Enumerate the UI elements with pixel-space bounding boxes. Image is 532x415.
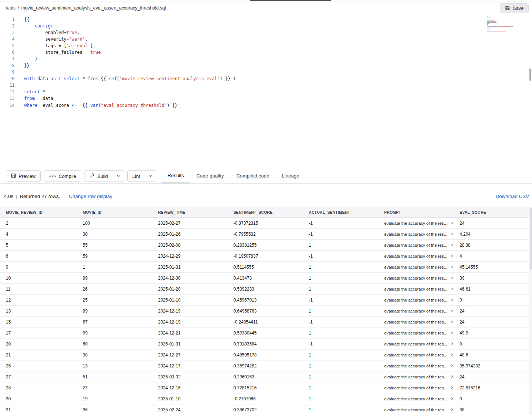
code-line[interactable]: 14where eval_score <= '{{ var("eval_accu… (0, 102, 485, 109)
save-button[interactable]: Save (500, 3, 529, 13)
compile-button[interactable]: </> Compile (44, 170, 81, 182)
code-editor[interactable]: 1{{2 config(3 enabled=true,4 severity='w… (0, 15, 532, 168)
table-row[interactable]: 15672024-12-19-0.24954411-1evaluate the … (0, 317, 532, 328)
code-line[interactable]: 3 enabled=true, (0, 29, 532, 36)
table-cell: 11 (6, 287, 83, 292)
expand-prompt-icon[interactable] (450, 375, 454, 379)
tab-compiled-code[interactable]: Compiled code (230, 168, 276, 183)
download-csv-link[interactable]: Download CSV (495, 194, 529, 199)
prompt-cell[interactable]: evaluate the accuracy of the res... (384, 353, 460, 357)
expand-prompt-icon[interactable] (450, 342, 454, 346)
expand-prompt-icon[interactable] (450, 221, 454, 225)
table-cell: 1 (309, 287, 384, 292)
expand-prompt-icon[interactable] (450, 287, 454, 291)
prompt-cell[interactable]: evaluate the accuracy of the res... (384, 375, 460, 379)
change-row-display-link[interactable]: Change row display (69, 194, 112, 199)
prompt-cell[interactable]: evaluate the accuracy of the res... (384, 232, 460, 236)
table-cell: 0.28381255 (233, 243, 309, 248)
prompt-cell[interactable]: evaluate the accuracy of the res... (384, 276, 460, 280)
minimap[interactable] (487, 16, 529, 32)
table-row[interactable]: 25132024-12-170.359742821evaluate the ac… (0, 360, 532, 371)
preview-button[interactable]: Preview (6, 170, 41, 182)
tab-code-quality-label: Code quality (196, 173, 224, 179)
expand-prompt-icon[interactable] (450, 331, 454, 335)
code-line[interactable]: 4 severity='warn', (0, 36, 532, 42)
editor-scrollbar[interactable] (529, 68, 531, 81)
code-line[interactable]: 10with data as ( select * from {{ ref('m… (0, 75, 532, 82)
expand-prompt-icon[interactable] (450, 232, 454, 236)
prompt-cell[interactable]: evaluate the accuracy of the res... (384, 386, 460, 390)
expand-prompt-icon[interactable] (450, 364, 454, 368)
prompt-cell[interactable]: evaluate the accuracy of the res... (384, 408, 460, 412)
prompt-cell[interactable]: evaluate the accuracy of the res... (384, 254, 460, 258)
table-row[interactable]: 20602025-01-310.73183584-1evaluate the a… (0, 339, 532, 349)
prompt-cell[interactable]: evaluate the accuracy of the res... (384, 364, 460, 368)
expand-prompt-icon[interactable] (450, 254, 454, 258)
expand-prompt-icon[interactable] (450, 309, 454, 313)
lint-label: Lint (132, 173, 140, 179)
code-line[interactable]: 8}} (0, 62, 532, 69)
table-row[interactable]: 28272024-12-160.728152161evaluate the ac… (0, 382, 532, 393)
table-row[interactable]: 21382024-12-270.485951781evaluate the ac… (0, 349, 532, 360)
prompt-cell[interactable]: evaluate the accuracy of the res... (384, 287, 460, 291)
code-line[interactable]: 13from data (0, 95, 532, 102)
prompt-cell[interactable]: evaluate the accuracy of the res... (384, 309, 460, 313)
table-row[interactable]: 10892024-12-300.4134731evaluate the accu… (0, 273, 532, 284)
tab-code-quality[interactable]: Code quality (190, 168, 230, 183)
expand-prompt-icon[interactable] (450, 408, 454, 412)
expand-prompt-icon[interactable] (450, 276, 454, 280)
code-lines[interactable]: 1{{2 config(3 enabled=true,4 severity='w… (0, 16, 532, 109)
code-line[interactable]: 6 store_failures = true (0, 49, 532, 56)
table-row[interactable]: 30192025-01-10-0.27079661evaluate the ac… (0, 393, 532, 404)
prompt-cell[interactable]: evaluate the accuracy of the res... (384, 342, 460, 346)
expand-prompt-icon[interactable] (450, 298, 454, 302)
minimap-line (487, 19, 529, 19)
prompt-cell[interactable]: evaluate the accuracy of the res... (384, 397, 460, 401)
lint-button[interactable]: Lint (127, 170, 145, 182)
results-rows: 21002025-02-27-0.37372315-1evaluate the … (0, 218, 532, 415)
prompt-cell[interactable]: evaluate the accuracy of the res... (384, 320, 460, 324)
expand-prompt-icon[interactable] (450, 265, 454, 269)
code-line[interactable]: 11 (0, 82, 532, 89)
prompt-cell[interactable]: evaluate the accuracy of the res... (384, 221, 460, 225)
breadcrumb-folder[interactable]: tests (6, 5, 15, 11)
build-button[interactable]: Build (85, 170, 113, 182)
table-row[interactable]: 912025-01-310.51145551evaluate the accur… (0, 262, 532, 273)
table-row[interactable]: 17992024-12-210.503804451evaluate the ac… (0, 328, 532, 339)
table-row[interactable]: 5552025-02-080.283812551evaluate the acc… (0, 240, 532, 251)
code-line[interactable]: 9 (0, 69, 532, 75)
tab-lineage[interactable]: Lineage (276, 168, 306, 183)
expand-prompt-icon[interactable] (450, 397, 454, 401)
table-row[interactable]: 12252025-01-100.45967013-1evaluate the a… (0, 295, 532, 306)
tab-results[interactable]: Results (161, 168, 190, 183)
results-scrollbar[interactable] (529, 207, 532, 415)
table-row[interactable]: 4302025-01-26-0.7955532-1evaluate the ac… (0, 229, 532, 240)
file-header: tests / movie_review_sentiment_analysis_… (0, 1, 532, 15)
code-line[interactable]: 2 config( (0, 23, 532, 29)
prompt-cell[interactable]: evaluate the accuracy of the res... (384, 331, 460, 335)
prompt-cell[interactable]: evaluate the accuracy of the res... (384, 265, 460, 269)
expand-prompt-icon[interactable] (450, 243, 454, 247)
table-row[interactable]: 6592024-12-29-0.19507837-1evaluate the a… (0, 251, 532, 262)
code-line[interactable]: 12select * (0, 89, 532, 95)
table-row[interactable]: 13892024-12-190.649587631evaluate the ac… (0, 306, 532, 317)
table-row[interactable]: 31962025-02-240.386737021evaluate the ac… (0, 404, 532, 415)
code-line[interactable]: 7 ) (0, 56, 532, 62)
code-line[interactable]: 1{{ (0, 16, 532, 23)
expand-prompt-icon[interactable] (450, 353, 454, 357)
code-line[interactable]: 5 tags = ['ai_eval'], (0, 42, 532, 49)
lint-dropdown-button[interactable] (145, 170, 156, 182)
table-row[interactable]: 21002025-02-27-0.37372315-1evaluate the … (0, 218, 532, 229)
expand-prompt-icon[interactable] (450, 386, 454, 390)
line-number: 7 (0, 56, 15, 62)
code-line-text: store_failures = true (15, 49, 101, 56)
results-scrollbar-thumb[interactable] (530, 208, 532, 270)
table-row[interactable]: 11262025-01-200.53922331evaluate the acc… (0, 284, 532, 295)
table-cell: 2024-12-19 (158, 319, 233, 325)
expand-prompt-icon[interactable] (450, 320, 454, 324)
build-dropdown-button[interactable] (113, 170, 124, 182)
table-cell: 48.6 (460, 352, 532, 358)
prompt-cell[interactable]: evaluate the accuracy of the res... (384, 243, 460, 247)
table-row[interactable]: 27512025-03-020.29601531evaluate the acc… (0, 371, 532, 382)
prompt-cell[interactable]: evaluate the accuracy of the res... (384, 298, 460, 302)
